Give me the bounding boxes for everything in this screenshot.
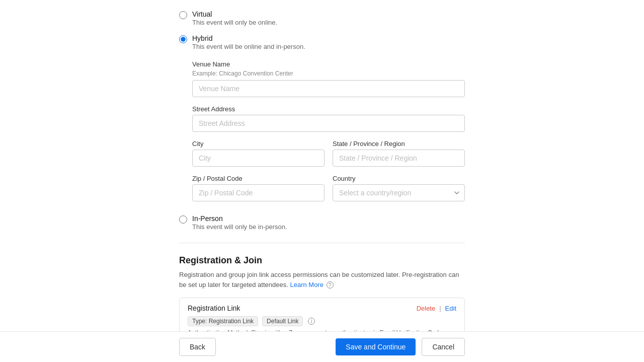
in-person-desc: This event will only be in-person. — [192, 223, 287, 231]
street-address-label: Street Address — [192, 105, 465, 113]
back-button[interactable]: Back — [179, 338, 216, 356]
reg-link-header: Registration Link Delete | Edit — [188, 304, 456, 312]
cancel-button[interactable]: Cancel — [422, 338, 465, 356]
venue-form: Venue Name Example: Chicago Convention C… — [192, 60, 465, 209]
in-person-label-group: In-Person This event will only be in-per… — [192, 214, 287, 231]
info-icon: ? — [327, 281, 334, 288]
save-continue-button[interactable]: Save and Continue — [336, 338, 416, 355]
registration-desc: Registration and group join link access … — [179, 270, 465, 289]
virtual-desc: This event will only be online. — [192, 19, 277, 26]
reg-link-tags: Type: Registration Link Default Link i — [188, 316, 456, 326]
street-address-input[interactable] — [192, 115, 465, 132]
hybrid-label-group: Hybrid This event will be online and in-… — [192, 34, 305, 50]
footer-right: Save and Continue Cancel — [336, 338, 465, 356]
city-label: City — [192, 140, 325, 148]
zip-group: Zip / Postal Code — [192, 175, 325, 201]
delete-link-button[interactable]: Delete — [417, 305, 436, 312]
city-group: City — [192, 140, 325, 167]
default-tag: Default Link — [262, 316, 303, 326]
zip-country-row: Zip / Postal Code Country Select a count… — [192, 175, 465, 209]
default-tag-info-icon: i — [308, 318, 315, 325]
street-address-group: Street Address — [192, 105, 465, 132]
venue-name-input[interactable] — [192, 80, 465, 97]
reg-link-actions: Delete | Edit — [417, 305, 456, 312]
reg-link-title: Registration Link — [188, 304, 240, 312]
hybrid-desc: This event will be online and in-person. — [192, 43, 305, 50]
venue-name-group: Venue Name Example: Chicago Convention C… — [192, 60, 465, 97]
state-label: State / Province / Region — [333, 140, 465, 148]
in-person-option: In-Person This event will only be in-per… — [179, 214, 465, 231]
page-wrapper: Virtual This event will only be online. … — [0, 0, 644, 362]
learn-more-link[interactable]: Learn More — [290, 281, 323, 288]
venue-name-hint: Example: Chicago Convention Center — [192, 70, 465, 77]
hybrid-radio[interactable] — [179, 35, 187, 43]
city-input[interactable] — [192, 150, 325, 167]
country-group: Country Select a country/region — [333, 175, 465, 201]
virtual-option: Virtual This event will only be online. — [179, 10, 465, 26]
zip-input[interactable] — [192, 184, 325, 201]
footer: Back Save and Continue Cancel — [0, 331, 644, 362]
country-select[interactable]: Select a country/region — [333, 184, 465, 201]
virtual-label-group: Virtual This event will only be online. — [192, 10, 277, 26]
zip-label: Zip / Postal Code — [192, 175, 325, 182]
state-input[interactable] — [333, 150, 465, 167]
hybrid-option: Hybrid This event will be online and in-… — [179, 34, 465, 50]
venue-name-label: Venue Name — [192, 60, 465, 68]
city-state-row: City State / Province / Region — [192, 140, 465, 175]
registration-title: Registration & Join — [179, 255, 465, 266]
virtual-radio[interactable] — [179, 11, 187, 19]
type-tag: Type: Registration Link — [188, 316, 258, 326]
edit-link-button[interactable]: Edit — [445, 305, 456, 312]
state-group: State / Province / Region — [333, 140, 465, 167]
virtual-label: Virtual — [192, 10, 277, 18]
hybrid-label: Hybrid — [192, 34, 305, 42]
in-person-label: In-Person — [192, 214, 287, 223]
in-person-radio[interactable] — [179, 215, 187, 224]
action-separator: | — [439, 305, 441, 312]
section-divider — [179, 243, 465, 243]
registration-section: Registration & Join Registration and gro… — [179, 255, 465, 343]
content-area: Virtual This event will only be online. … — [0, 0, 644, 362]
country-label: Country — [333, 175, 465, 182]
